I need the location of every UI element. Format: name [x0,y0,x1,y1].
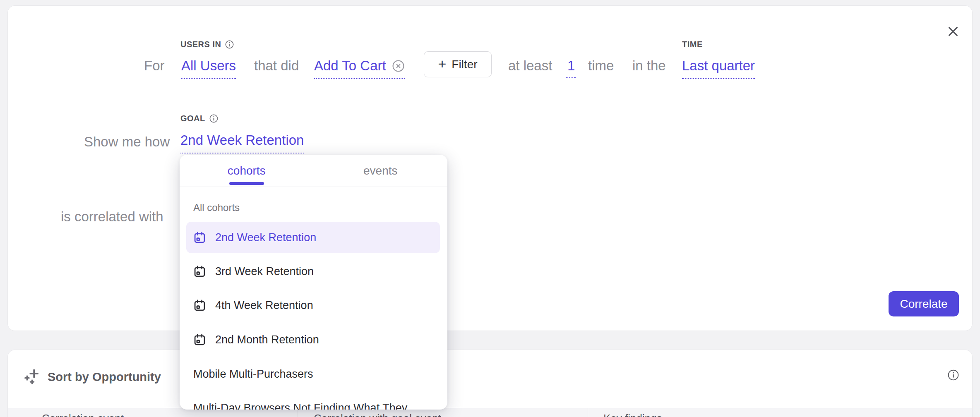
list-item[interactable]: Multi-Day Browsers Not Finding What They [186,392,440,410]
column-divider [298,408,298,417]
that-did-label: that did [254,57,299,74]
event-selector[interactable]: Add To Cart [314,57,386,74]
tab-events[interactable]: events [314,155,448,187]
info-icon[interactable] [947,369,959,383]
list-item[interactable]: 2nd Week Retention [186,222,440,253]
time-range-selector[interactable]: Last quarter [682,57,755,79]
list-item[interactable]: 2nd Month Retention [186,324,440,355]
users-in-label-text: USERS IN [180,40,221,49]
column-header-correlation-with-goal[interactable]: Correlation with goal event [314,412,441,417]
for-label: For [144,57,165,74]
at-least-label: at least [508,57,552,74]
add-filter-button[interactable]: + Filter [424,51,492,77]
list-item-label: 4th Week Retention [215,299,313,312]
list-item-label: 2nd Month Retention [215,333,319,346]
list-item[interactable]: 3rd Week Retention [186,256,440,287]
correlate-button[interactable]: Correlate [889,291,959,316]
in-the-label: in the [632,57,666,74]
count-selector[interactable]: 1 [566,57,576,78]
list-item-label: 2nd Week Retention [215,231,316,244]
column-header-key-findings[interactable]: Key findings [603,412,662,417]
goal-picker-dropdown: cohorts events All cohorts 2nd Week Rete… [180,155,447,410]
list-item[interactable]: 4th Week Retention [186,290,440,321]
close-icon[interactable] [944,22,962,41]
correlation-builder-card: USERS IN TIME For All Users that did Add… [7,5,973,331]
calendar-icon [193,231,206,244]
time-word-label: time [588,57,614,74]
list-item-label: Multi-Day Browsers Not Finding What They [193,402,407,410]
users-in-label: USERS IN [180,40,234,49]
dropdown-tabs: cohorts events [180,155,447,187]
active-tab-underline [229,182,264,185]
goal-label-text: GOAL [180,114,205,123]
column-divider [588,408,588,417]
info-icon[interactable] [225,40,234,49]
filter-button-label: Filter [452,58,477,71]
goal-label: GOAL [180,114,219,123]
results-card: Sort by Opportunity Correlation event Co… [7,350,973,417]
results-table-header: Correlation event Correlation with goal … [8,408,972,417]
list-item-label: 3rd Week Retention [215,265,314,278]
time-label-text: TIME [682,40,703,49]
list-item-label: Mobile Multi-Purchasers [193,368,313,381]
column-header-correlation-event[interactable]: Correlation event [42,412,124,417]
goal-selector[interactable]: 2nd Week Retention [180,132,304,153]
sort-label: Sort by Opportunity [48,370,161,384]
event-chip[interactable]: Add To Cart [314,57,405,79]
sparkle-sort-icon [24,368,41,386]
is-correlated-with-label: is correlated with [61,208,163,225]
remove-event-icon[interactable] [392,60,405,72]
all-cohorts-label: All cohorts [193,202,240,213]
cohort-selector[interactable]: All Users [181,57,236,79]
info-icon[interactable] [209,114,219,123]
calendar-icon [193,299,206,312]
sort-by-opportunity[interactable]: Sort by Opportunity [24,368,161,386]
calendar-icon [193,333,206,346]
time-label: TIME [682,40,703,49]
plus-icon: + [438,57,446,71]
show-me-how-label: Show me how [84,133,170,151]
calendar-icon [193,265,206,278]
list-item[interactable]: Mobile Multi-Purchasers [186,358,440,390]
